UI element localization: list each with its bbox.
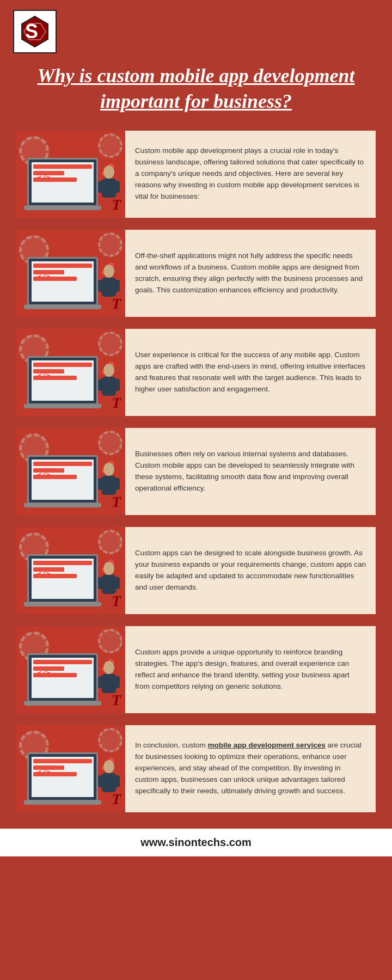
screen-bar-6a bbox=[33, 660, 92, 664]
card-5: </> T Custom apps can be des bbox=[16, 527, 376, 614]
card-image-5: </> T bbox=[16, 527, 125, 614]
svg-rect-16 bbox=[102, 476, 116, 495]
screen-content-1: </> bbox=[32, 162, 94, 203]
card-4: </> T Businesses often rely bbox=[16, 428, 376, 515]
laptop-base-4 bbox=[24, 503, 101, 507]
svg-rect-12 bbox=[102, 377, 116, 396]
screen-content-7: </> bbox=[32, 757, 94, 797]
card-image-2: </> T bbox=[16, 230, 125, 317]
code-tag-5: </> bbox=[37, 569, 51, 578]
title-section: Why is custom mobile app development imp… bbox=[0, 53, 392, 131]
laptop-base-1 bbox=[24, 206, 101, 210]
laptop-base-3 bbox=[24, 404, 101, 408]
person-svg-2 bbox=[95, 264, 122, 307]
svg-point-3 bbox=[103, 166, 114, 179]
card-paragraph-7: In conclusion, custom mobile app develop… bbox=[135, 740, 366, 797]
svg-rect-29 bbox=[98, 775, 103, 787]
card-paragraph-6: Custom apps provide a unique opportunity… bbox=[135, 647, 366, 693]
card-text-3: User experience is critical for the succ… bbox=[125, 329, 376, 416]
svg-rect-17 bbox=[98, 478, 103, 490]
code-tag-4: </> bbox=[37, 470, 51, 479]
screen-content-3: </> bbox=[32, 360, 94, 401]
card-image-3: </> T bbox=[16, 329, 125, 416]
card-image-4: </> T bbox=[16, 428, 125, 515]
svg-point-15 bbox=[103, 463, 114, 476]
svg-rect-18 bbox=[114, 478, 120, 490]
card-2: </> T Off-the-shelf applicat bbox=[16, 230, 376, 317]
svg-rect-22 bbox=[114, 577, 120, 589]
screen-content-6: </> bbox=[32, 658, 94, 698]
svg-point-19 bbox=[103, 562, 114, 575]
screen-bar-2a bbox=[33, 264, 92, 268]
card-text-4: Businesses often rely on various interna… bbox=[125, 428, 376, 515]
illustration-1: </> T bbox=[16, 131, 125, 218]
card-1: </> T Custom mobi bbox=[16, 131, 376, 218]
laptop-screen-5: </> bbox=[27, 554, 98, 603]
illustration-7: </> T bbox=[16, 725, 125, 812]
code-tag-2: </> bbox=[37, 272, 51, 281]
laptop-base-6 bbox=[24, 701, 101, 706]
svg-rect-4 bbox=[102, 179, 116, 198]
svg-rect-20 bbox=[102, 575, 116, 594]
screen-content-5: </> bbox=[32, 559, 94, 599]
svg-rect-6 bbox=[114, 181, 120, 193]
logo-area: S bbox=[0, 0, 392, 53]
code-tag-6: </> bbox=[37, 669, 51, 677]
logo-box: S bbox=[13, 10, 57, 53]
person-svg-1 bbox=[95, 164, 122, 208]
card-paragraph-5: Custom apps can be designed to scale alo… bbox=[135, 548, 366, 593]
svg-rect-10 bbox=[114, 280, 120, 292]
laptop-base-2 bbox=[24, 305, 101, 309]
gear-right-6 bbox=[98, 629, 122, 653]
laptop-screen-6: </> bbox=[27, 653, 98, 702]
svg-rect-21 bbox=[98, 577, 103, 589]
card-7-text-before: In conclusion, custom bbox=[135, 741, 208, 749]
screen-bar-3a bbox=[33, 363, 92, 367]
card-image-1: </> T bbox=[16, 131, 125, 218]
person-svg-6 bbox=[95, 660, 122, 703]
screen-content-4: </> bbox=[32, 460, 94, 500]
card-text-7: In conclusion, custom mobile app develop… bbox=[125, 725, 376, 812]
gear-right-4 bbox=[98, 431, 122, 455]
svg-rect-25 bbox=[98, 676, 103, 688]
card-image-6: </> T bbox=[16, 626, 125, 713]
laptop-base-7 bbox=[24, 800, 101, 805]
svg-point-7 bbox=[103, 265, 114, 278]
mobile-app-dev-link[interactable]: mobile app development services bbox=[208, 741, 326, 749]
svg-rect-5 bbox=[98, 181, 103, 193]
card-paragraph-3: User experience is critical for the succ… bbox=[135, 350, 366, 395]
screen-bar-5a bbox=[33, 561, 92, 565]
card-text-2: Off-the-shelf applications might not ful… bbox=[125, 230, 376, 317]
cards-container: </> T Custom mobi bbox=[0, 131, 392, 812]
card-text-1: Custom mobile app development plays a cr… bbox=[125, 131, 376, 218]
screen-bar-7a bbox=[33, 759, 92, 763]
card-text-6: Custom apps provide a unique opportunity… bbox=[125, 626, 376, 713]
laptop-base-5 bbox=[24, 602, 101, 607]
svg-point-23 bbox=[103, 661, 114, 674]
code-tag-1: </> bbox=[37, 173, 51, 182]
footer: www.sinontechs.com bbox=[0, 829, 392, 856]
svg-point-11 bbox=[103, 364, 114, 377]
card-paragraph-4: Businesses often rely on various interna… bbox=[135, 449, 366, 494]
person-svg-3 bbox=[95, 363, 122, 406]
svg-rect-14 bbox=[114, 379, 120, 391]
card-text-5: Custom apps can be designed to scale alo… bbox=[125, 527, 376, 614]
person-svg-5 bbox=[95, 561, 122, 604]
laptop-screen-1: </> bbox=[27, 158, 98, 207]
card-3: </> T User experience is cri bbox=[16, 329, 376, 416]
illustration-2: </> T bbox=[16, 230, 125, 317]
card-paragraph-2: Off-the-shelf applications might not ful… bbox=[135, 250, 366, 296]
laptop-screen-4: </> bbox=[27, 455, 98, 504]
card-paragraph-1: Custom mobile app development plays a cr… bbox=[135, 145, 366, 203]
code-tag-7: </> bbox=[37, 768, 51, 776]
illustration-3: </> T bbox=[16, 329, 125, 416]
laptop-screen-2: </> bbox=[27, 257, 98, 306]
illustration-5: </> T bbox=[16, 527, 125, 614]
person-svg-4 bbox=[95, 462, 122, 505]
person-svg-7 bbox=[95, 759, 122, 803]
svg-rect-8 bbox=[102, 278, 116, 297]
gear-right-2 bbox=[98, 232, 122, 257]
illustration-4: </> T bbox=[16, 428, 125, 515]
laptop-screen-3: </> bbox=[27, 356, 98, 405]
gear-right-5 bbox=[98, 530, 122, 554]
